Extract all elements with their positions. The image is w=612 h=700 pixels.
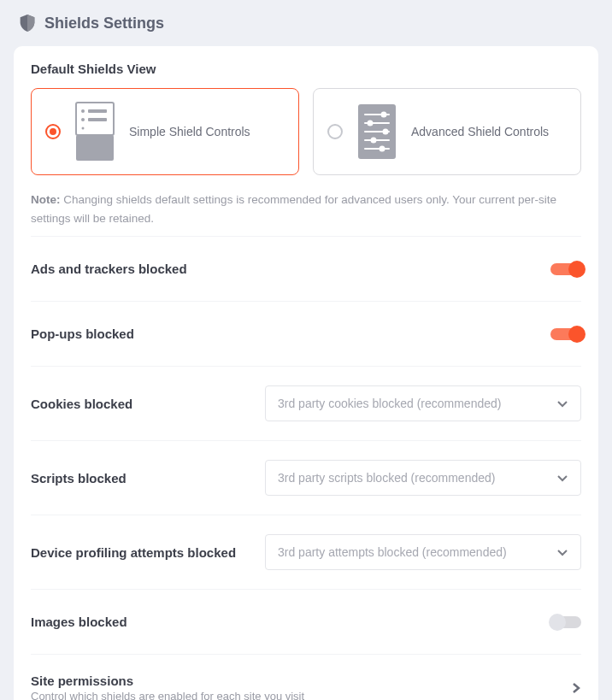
svg-point-6 [82, 127, 85, 130]
row-device-profiling: Device profiling attempts blocked 3rd pa… [31, 515, 581, 589]
row-popups-label: Pop-ups blocked [31, 326, 134, 341]
page-header: Shields Settings [0, 0, 612, 46]
row-ads-label: Ads and trackers blocked [31, 262, 187, 276]
toggle-images[interactable] [550, 616, 581, 628]
view-option-simple[interactable]: Simple Shield Controls [31, 88, 299, 175]
note-body: Changing shields default settings is rec… [31, 193, 556, 225]
svg-rect-3 [88, 109, 107, 113]
note-label: Note: [31, 193, 61, 206]
advanced-controls-icon [353, 101, 401, 162]
chevron-down-icon [556, 546, 568, 558]
svg-point-17 [380, 147, 385, 151]
simple-controls-icon [71, 101, 119, 162]
select-device-value: 3rd party attempts blocked (recommended) [278, 545, 507, 559]
svg-rect-5 [88, 118, 107, 121]
page-title: Shields Settings [44, 15, 164, 32]
svg-point-11 [368, 121, 373, 126]
svg-point-9 [382, 113, 386, 117]
view-option-simple-label: Simple Shield Controls [129, 124, 250, 139]
svg-point-13 [384, 130, 388, 134]
note-text: Note: Changing shields default settings … [31, 191, 581, 227]
row-images: Images blocked [31, 589, 581, 654]
svg-point-2 [81, 109, 85, 113]
view-option-advanced[interactable]: Advanced Shield Controls [313, 88, 581, 175]
row-site-permissions[interactable]: Site permissions Control which shields a… [31, 654, 581, 700]
settings-card: Default Shields View Simple Shield Contr… [14, 46, 598, 700]
shield-icon [19, 14, 36, 32]
select-cookies[interactable]: 3rd party cookies blocked (recommended) [265, 385, 581, 421]
radio-simple [45, 124, 61, 139]
toggle-popups[interactable] [550, 328, 581, 340]
row-cookies-label: Cookies blocked [31, 397, 132, 411]
view-options: Simple Shield Controls Advanced Shield C… [31, 88, 581, 175]
chevron-right-icon [571, 683, 581, 693]
row-images-label: Images blocked [31, 615, 127, 629]
select-device-profiling[interactable]: 3rd party attempts blocked (recommended) [265, 534, 581, 570]
select-cookies-value: 3rd party cookies blocked (recommended) [278, 397, 501, 410]
row-cookies: Cookies blocked 3rd party cookies blocke… [31, 366, 581, 440]
row-scripts-label: Scripts blocked [31, 471, 127, 485]
radio-advanced [327, 124, 343, 139]
chevron-down-icon [556, 472, 568, 484]
svg-rect-1 [76, 135, 114, 161]
row-site-permissions-sub: Control which shields are enabled for ea… [31, 690, 557, 700]
view-section-title: Default Shields View [31, 62, 581, 76]
toggle-ads-trackers[interactable] [550, 263, 581, 275]
svg-point-4 [81, 118, 85, 121]
row-site-permissions-label: Site permissions [31, 674, 270, 688]
chevron-down-icon [556, 397, 568, 409]
row-scripts: Scripts blocked 3rd party scripts blocke… [31, 440, 581, 515]
select-scripts[interactable]: 3rd party scripts blocked (recommended) [265, 460, 581, 496]
row-popups: Pop-ups blocked [31, 301, 581, 366]
select-scripts-value: 3rd party scripts blocked (recommended) [278, 471, 495, 485]
view-option-advanced-label: Advanced Shield Controls [411, 124, 549, 139]
svg-point-15 [372, 138, 376, 143]
row-ads-trackers: Ads and trackers blocked [31, 236, 581, 301]
row-device-label: Device profiling attempts blocked [31, 545, 236, 560]
